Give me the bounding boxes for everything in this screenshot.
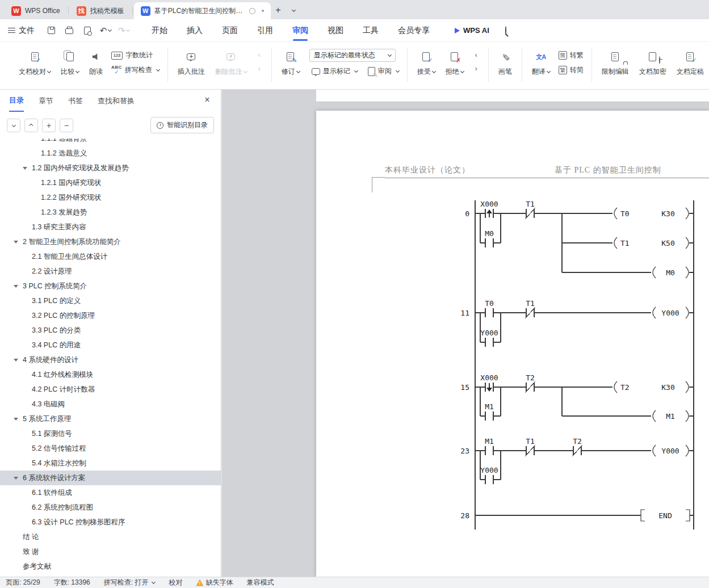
zoom-in-toc-button[interactable]: + bbox=[42, 119, 56, 132]
toc-item[interactable]: 6.3 设计 PLC 控制梯形图程序 bbox=[0, 515, 221, 530]
toc-item[interactable]: 6.1 软件组成 bbox=[0, 485, 221, 500]
toc-item[interactable]: 4.2 PLC 计时计数器 bbox=[0, 382, 221, 397]
document-page[interactable]: 本科毕业设计（论文） 基于 PLC 的智能卫生间控制 bbox=[316, 111, 709, 577]
toc-item[interactable]: 1.1.2 选题意义 bbox=[0, 146, 221, 161]
collapse-triangle-icon[interactable] bbox=[23, 167, 27, 170]
redo-button[interactable]: ↷ bbox=[118, 24, 130, 37]
read-aloud-button[interactable]: 朗读 bbox=[85, 47, 107, 77]
compare-button[interactable]: 比较 bbox=[57, 47, 83, 77]
menu-tab-0[interactable]: 开始 bbox=[150, 20, 169, 41]
toc-item[interactable]: 5.4 水箱注水控制 bbox=[0, 456, 221, 471]
toc-item[interactable]: 1.2.3 发展趋势 bbox=[0, 205, 221, 220]
search-button[interactable] bbox=[505, 27, 506, 35]
collapse-triangle-icon[interactable] bbox=[14, 241, 18, 243]
print-preview-button[interactable] bbox=[81, 24, 94, 37]
word-count-button[interactable]: 字数统计 bbox=[109, 50, 162, 61]
ink-brush-button[interactable]: 画笔 bbox=[494, 47, 516, 77]
collapse-triangle-icon[interactable] bbox=[14, 418, 18, 421]
toc-item[interactable]: 3.2 PLC 的控制原理 bbox=[0, 308, 221, 323]
sidebar-tab-toc[interactable]: 目录 bbox=[9, 89, 24, 112]
print-button[interactable] bbox=[63, 24, 75, 37]
new-tab-button[interactable]: + bbox=[271, 3, 286, 18]
toc-item[interactable]: 4.3 电磁阀 bbox=[0, 397, 221, 411]
translate-button[interactable]: 翻译 bbox=[528, 47, 554, 77]
document-canvas[interactable]: 本科毕业设计（论文） 基于 PLC 的智能卫生间控制 bbox=[222, 90, 709, 577]
toc-item[interactable]: 3.4 PLC 的用途 bbox=[0, 338, 221, 352]
menu-tab-1[interactable]: 插入 bbox=[186, 20, 204, 41]
tab-menu-dot-icon[interactable] bbox=[262, 10, 264, 12]
expand-all-button[interactable] bbox=[24, 119, 38, 132]
zoom-out-toc-button[interactable]: − bbox=[60, 119, 73, 132]
menu-tab-7[interactable]: 会员专享 bbox=[397, 20, 431, 41]
restrict-editing-button[interactable]: 限制编辑 bbox=[598, 47, 633, 77]
missing-font-warning[interactable]: 缺失字体 bbox=[196, 578, 233, 587]
menu-tab-6[interactable]: 工具 bbox=[362, 20, 380, 41]
file-menu-button[interactable]: 文件 bbox=[8, 26, 35, 36]
review-pane-button[interactable]: 审阅 bbox=[366, 66, 401, 77]
markup-state-select[interactable]: 显示标记的最终状态 bbox=[309, 49, 396, 62]
menu-tab-2[interactable]: 页面 bbox=[221, 20, 239, 41]
word-count-indicator[interactable]: 字数: 13396 bbox=[54, 578, 90, 587]
menu-tab-3[interactable]: 引用 bbox=[256, 20, 274, 41]
spell-check-button[interactable]: 拼写检查 bbox=[109, 65, 162, 75]
undo-button[interactable]: ↶ bbox=[99, 24, 112, 37]
toc-item[interactable]: 5.1 探测信号 bbox=[0, 426, 221, 441]
toc-item[interactable]: 1.3 研究主要内容 bbox=[0, 220, 221, 234]
sidebar-tab-find-replace[interactable]: 查找和替换 bbox=[98, 90, 135, 111]
tab-document-active[interactable]: W 基于PLC的智能卫生间控制系... bbox=[134, 2, 271, 19]
toc-item[interactable]: 2.2 设计原理 bbox=[0, 264, 221, 279]
sidebar-tab-chapters[interactable]: 章节 bbox=[39, 90, 53, 111]
collapse-triangle-icon[interactable] bbox=[14, 285, 18, 288]
show-markup-button[interactable]: 显示标记 bbox=[309, 66, 360, 77]
smart-toc-button[interactable]: 智能识别目录 bbox=[150, 117, 214, 133]
toc-item[interactable]: 2.1 智能卫生间总体设计 bbox=[0, 249, 221, 264]
next-change-button[interactable]: › bbox=[470, 64, 483, 73]
encrypt-document-button[interactable]: 文档加密 bbox=[635, 47, 670, 77]
sync-status-icon[interactable] bbox=[249, 8, 255, 14]
compatibility-mode-indicator[interactable]: 兼容模式 bbox=[246, 578, 274, 587]
sidebar-tab-bookmarks[interactable]: 书签 bbox=[68, 90, 83, 111]
wps-ai-button[interactable]: WPS AI bbox=[455, 26, 489, 35]
toc-item[interactable]: 4 系统硬件的设计 bbox=[0, 352, 221, 367]
toc-item[interactable]: 致 谢 bbox=[0, 544, 221, 559]
sidebar-close-icon[interactable]: × bbox=[202, 94, 213, 106]
collapse-triangle-icon[interactable] bbox=[14, 477, 18, 480]
tab-list-dropdown[interactable] bbox=[286, 3, 300, 18]
toc-item[interactable]: 1.2.2 国外研究现状 bbox=[0, 190, 221, 205]
toc-item[interactable]: 3.3 PLC 的分类 bbox=[0, 323, 221, 338]
menu-tab-5[interactable]: 视图 bbox=[326, 20, 345, 41]
toc-item[interactable]: 6.2 系统控制流程图 bbox=[0, 500, 221, 515]
toc-item[interactable]: 4.1 红外线检测模块 bbox=[0, 367, 221, 382]
delete-comment-button[interactable]: 删除批注 bbox=[211, 47, 251, 77]
previous-change-button[interactable]: ‹ bbox=[470, 50, 483, 60]
toc-item[interactable]: 参考文献 bbox=[0, 559, 221, 574]
tab-docer-template[interactable]: 找 找稿壳模板 bbox=[70, 2, 131, 19]
insert-comment-button[interactable]: 插入批注 bbox=[174, 47, 209, 77]
toc-item[interactable]: 5 系统工作原理 bbox=[0, 411, 221, 426]
tab-wps-office[interactable]: W WPS Office bbox=[5, 2, 67, 19]
reject-button[interactable]: 拒绝 bbox=[442, 47, 468, 77]
proofing-button[interactable]: 校对 bbox=[169, 578, 182, 587]
finalize-document-button[interactable]: 文档定稿 bbox=[673, 47, 708, 77]
toc-item[interactable]: 5.2 信号传输过程 bbox=[0, 441, 221, 456]
to-traditional-button[interactable]: 简 转繁 bbox=[556, 50, 586, 61]
toc-item[interactable]: 6 系统软件设计方案 bbox=[0, 471, 221, 485]
accept-button[interactable]: 接受 bbox=[413, 47, 439, 77]
to-simplified-button[interactable]: 繁 转简 bbox=[556, 65, 586, 75]
toc-item[interactable]: 结 论 bbox=[0, 530, 221, 544]
collapse-all-button[interactable] bbox=[7, 119, 20, 132]
save-button[interactable] bbox=[45, 24, 57, 37]
spellcheck-status-button[interactable]: 拼写检查: 打开 bbox=[104, 578, 156, 587]
toc-item[interactable]: 1.2 国内外研究现状及发展趋势 bbox=[0, 161, 221, 175]
toc-item[interactable]: 1.2.1 国内研究现状 bbox=[0, 175, 221, 190]
track-changes-button[interactable]: 修订 bbox=[278, 47, 304, 77]
toc-item[interactable]: 1.1.1 选题背景 bbox=[0, 138, 221, 146]
toc-item[interactable]: 3 PLC 控制系统简介 bbox=[0, 279, 221, 293]
page-indicator[interactable]: 页面: 25/29 bbox=[6, 578, 40, 587]
menu-tab-4[interactable]: 审阅 bbox=[291, 20, 309, 41]
previous-comment-button[interactable]: ‹ bbox=[253, 50, 266, 60]
next-comment-button[interactable]: › bbox=[253, 64, 266, 73]
collapse-triangle-icon[interactable] bbox=[14, 359, 18, 362]
toc-item[interactable]: 2 智能卫生间控制系统功能简介 bbox=[0, 234, 221, 249]
toc-item[interactable]: 3.1 PLC 的定义 bbox=[0, 293, 221, 308]
